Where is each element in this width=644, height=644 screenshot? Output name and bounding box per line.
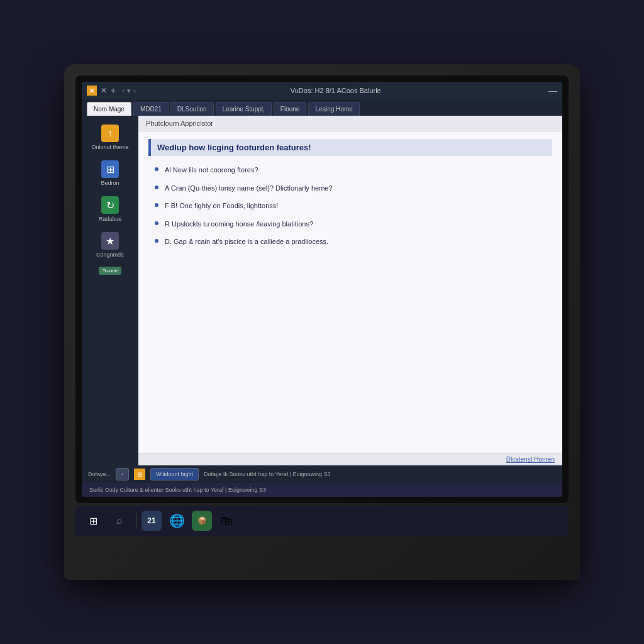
taskbar-icon-app2[interactable]: 🛍 [217,511,237,531]
sidebar-label-bedron: Bedron [101,180,119,186]
bullet-icon [155,186,158,189]
back-button[interactable]: ‹ [116,468,129,480]
bottom-bar: Dofaye... ‹ ⊞ Wilidount hight Dofaye tk … [82,465,562,483]
sidebar-badge[interactable]: To-one [99,267,121,275]
sidebar: ↑ Onlonut theme ⊞ Bedron ↻ Radabue ★ Con… [82,116,138,465]
bottom-app-icon: ⊞ [134,469,145,480]
minimize-button[interactable]: — [548,86,557,96]
taskbar-separator [136,513,136,528]
sidebar-label-onlonut: Onlonut theme [91,144,128,150]
title-bar: ✕ ✕ + ‹ ▾ › VuDos: H2 8/1 ACoos Balurle … [82,82,562,99]
sidebar-item-onlonut[interactable]: ↑ Onlonut theme [85,122,135,153]
app-icon: ✕ [87,86,97,96]
content-body: Wedlup how licging footurden features! A… [138,131,562,453]
bullet-icon [155,167,158,171]
list-item: R Upslockls tu ooming honse /leaving bla… [148,219,552,230]
bullet-icon [155,203,158,207]
dofaye-label: Dofaye... [88,471,111,477]
item-text-3: F B! One fighty on Foodis, lighttonss! [165,201,278,211]
content-header: Phutclourn Appriclstor [138,116,562,131]
onlonut-icon: ↑ [101,125,119,142]
sidebar-label-radabue: Radabue [99,216,122,222]
item-text-5: D. Gap & rcain at's piscice is a callied… [165,236,328,247]
nav-dropdown-button[interactable]: ▾ [127,87,131,95]
sidebar-label-congnmde: Congnmde [96,252,124,258]
status-text: Serlic Cody Culture & elienter Sooks uth… [89,487,266,493]
nav-back-button[interactable]: ‹ [122,87,125,95]
taskbar-icon-chrome[interactable]: 🌐 [167,511,187,531]
tab-mdd21[interactable]: MDD21 [133,102,169,116]
content-footer: Dlcatenst Honren [138,453,562,465]
start-button[interactable]: ⊞ [83,511,103,531]
tab-dlsoution[interactable]: DLSoution [170,102,214,116]
nav-buttons: ‹ ▾ › [122,87,135,95]
sidebar-item-congnmde[interactable]: ★ Congnmde [85,230,135,260]
content-title: Wedlup how licging footurden features! [148,139,552,156]
item-text-4: R Upslockls tu ooming honse /leaving bla… [165,219,313,230]
tab-bar: Nom Mage MDD21 DLSoution Learine Stuppl,… [82,99,562,116]
window-title: VuDos: H2 8/1 ACoos Balurle [291,87,381,94]
tab-floune[interactable]: Floune [274,102,307,116]
screen: ✕ ✕ + ‹ ▾ › VuDos: H2 8/1 ACoos Balurle … [82,82,562,497]
taskbar: ⊞ ⌕ 21 🌐 📦 🛍 [75,506,569,536]
laptop-body: ✕ ✕ + ‹ ▾ › VuDos: H2 8/1 ACoos Balurle … [64,64,580,580]
footer-link[interactable]: Dlcatenst Honren [506,456,555,463]
list-item: D. Gap & rcain at's piscice is a callied… [148,236,552,247]
congnmde-icon: ★ [101,232,119,250]
bullet-icon [155,239,158,243]
bottom-status-text: Dofaye tk Sooku utht hap to Yeraf | Euig… [204,471,330,477]
tab-nom-mage[interactable]: Nom Mage [87,102,131,116]
bedron-icon: ⊞ [101,160,119,178]
item-text-2: A Cran (Qu-thes) lonsy name (sel)? Dlict… [165,183,333,194]
status-bar: Serlic Cody Culture & elienter Sooks uth… [82,483,562,497]
content-pane: Phutclourn Appriclstor Wedlup how licgin… [138,116,562,465]
tab-learine[interactable]: Learine Stuppl, [216,102,272,116]
wilidount-button[interactable]: Wilidount hight [150,468,199,480]
new-tab-button[interactable]: + [111,86,116,96]
tab-leaing-home[interactable]: Leaing Home [308,102,359,116]
bullet-icon [155,221,158,225]
taskbar-icon-z[interactable]: 21 [142,511,162,531]
item-text-1: Al New lils not cooreng fteres? [165,165,258,175]
screen-bezel: ✕ ✕ + ‹ ▾ › VuDos: H2 8/1 ACoos Balurle … [75,75,569,503]
list-item: F B! One fighty on Foodis, lighttonss! [148,201,552,211]
nav-forward-button[interactable]: › [133,87,136,95]
sidebar-item-bedron[interactable]: ⊞ Bedron [85,158,135,189]
taskbar-icon-app1[interactable]: 📦 [192,511,212,531]
list-item: Al New lils not cooreng fteres? [148,165,552,175]
radabue-icon: ↻ [101,196,119,214]
sidebar-item-radabue[interactable]: ↻ Radabue [85,194,135,225]
main-area: ↑ Onlonut theme ⊞ Bedron ↻ Radabue ★ Con… [82,116,562,465]
search-button[interactable]: ⌕ [108,511,131,531]
list-item: A Cran (Qu-thes) lonsy name (sel)? Dlict… [148,183,552,194]
close-tab-button[interactable]: ✕ [101,86,107,95]
